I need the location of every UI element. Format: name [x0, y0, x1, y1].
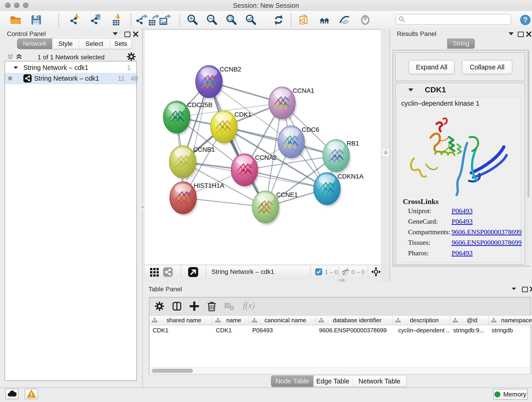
collapse-all-chevron-icon[interactable] [6, 53, 14, 61]
node-CDC6[interactable]: CDC6 [278, 126, 319, 160]
hidden-eye-slash-icon[interactable] [341, 268, 350, 276]
node-HIST1H1A[interactable]: HIST1H1A [170, 182, 224, 216]
node-CCNB1[interactable]: CCNB1 [169, 146, 215, 180]
table-panel-close-icon[interactable] [529, 286, 532, 292]
control-panel-menu-caret-icon[interactable] [113, 32, 118, 35]
crosslink-row: Tissues: 9606.ENSP00000378699 [397, 239, 521, 249]
expand-all-button[interactable]: Expand All [409, 60, 455, 74]
import-table-from-file-icon[interactable] [111, 14, 123, 26]
results-panel-menu-caret-icon[interactable] [509, 32, 514, 35]
cloud-button[interactable] [5, 389, 19, 399]
results-panel-float-icon[interactable] [518, 32, 524, 37]
svg-text:?: ? [523, 16, 528, 24]
column-header--id[interactable]: @id [450, 316, 488, 325]
refresh-view-icon[interactable] [273, 14, 285, 26]
show-hide-labels-icon[interactable] [338, 14, 350, 26]
search-input[interactable] [406, 15, 508, 24]
node-CCNA1[interactable]: CCNA1 [269, 87, 314, 121]
selected-checkbox-icon[interactable] [315, 268, 322, 275]
table-row[interactable]: CDK1CDK1P064939606.ENSP00000378699cyclin… [149, 325, 532, 335]
search-field[interactable] [396, 14, 511, 25]
tab-node-table[interactable]: Node Table [271, 375, 313, 387]
tab-sets[interactable]: Sets [110, 38, 132, 49]
export-table-icon[interactable] [147, 14, 159, 26]
zoom-selected-icon[interactable] [245, 14, 257, 26]
crosslink-value-link[interactable]: P06493 [452, 207, 473, 215]
add-column-icon[interactable] [189, 301, 199, 311]
open-session-icon[interactable] [10, 14, 22, 26]
import-network-from-database-icon[interactable] [90, 14, 102, 26]
node-CDKN1A[interactable]: CDKN1A [314, 172, 364, 206]
expand-all-chevron-icon[interactable] [15, 53, 23, 61]
grid-view-icon[interactable] [150, 267, 160, 277]
table-panel-float-icon[interactable] [522, 287, 528, 292]
help-icon[interactable]: ? [519, 14, 531, 26]
open-in-window-icon[interactable] [188, 267, 198, 277]
home-panels-icon[interactable] [318, 14, 330, 26]
zoom-out-icon[interactable] [206, 14, 218, 26]
results-panel-close-icon[interactable] [526, 31, 532, 37]
table-horizontal-scrollbar[interactable] [149, 367, 531, 374]
zoom-fit-content-icon[interactable] [225, 14, 237, 26]
node-CDC25B[interactable]: CDC25B [163, 101, 212, 135]
annotations-icon[interactable] [298, 14, 310, 26]
tab-style[interactable]: Style [52, 38, 79, 49]
show-columns-icon[interactable] [172, 301, 182, 311]
tab-network[interactable]: Network [17, 38, 52, 49]
node-label-CCNB2: CCNB2 [220, 66, 241, 73]
network-collection-row[interactable]: String Network – cdk1 1 [5, 62, 136, 73]
right-splitter-handle[interactable] [382, 149, 389, 156]
highlight-icon[interactable] [359, 14, 371, 26]
table-gear-icon[interactable] [154, 301, 165, 311]
protein-section: CDK1 cyclin–dependent kinase 1 [395, 83, 525, 265]
warnings-button[interactable] [25, 389, 38, 399]
column-header-shared-name[interactable]: shared name [149, 316, 213, 325]
network-canvas[interactable]: CCNB2 CCNA1 CDC25B CDK1 CDC6 RB1 CCNB1 C… [144, 30, 381, 278]
node-CCNB2[interactable]: CCNB2 [196, 65, 241, 99]
tab-network-table[interactable]: Network Table [352, 375, 407, 387]
delete-column-trash-icon[interactable] [207, 301, 217, 312]
protein-details: cyclin–dependent kinase 1 [397, 97, 521, 262]
tab-string[interactable]: String [447, 38, 475, 49]
protein-section-caret-icon[interactable] [408, 89, 413, 91]
export-image-icon[interactable] [159, 14, 171, 26]
export-network-icon[interactable] [136, 14, 147, 26]
table-panel-menu-caret-icon[interactable] [512, 288, 516, 290]
node-CCNE1[interactable]: CCNE1 [252, 191, 298, 225]
control-panel-title: Control Panel [7, 30, 46, 38]
memory-button[interactable]: Memory [493, 389, 528, 400]
canvas-table-splitter[interactable] [144, 278, 381, 282]
import-network-from-file-icon[interactable] [70, 14, 82, 26]
tab-select[interactable]: Select [79, 38, 110, 49]
column-header-canonical-name[interactable]: canonical name [249, 316, 316, 325]
network-view-share-icon[interactable] [163, 267, 173, 277]
node-RB1[interactable]: RB1 [323, 140, 359, 173]
network-row[interactable]: String Network – cdk1 11 48 [5, 73, 136, 84]
column-header-name[interactable]: name [213, 316, 249, 325]
control-panel-close-icon[interactable] [133, 31, 139, 37]
zoom-in-icon[interactable] [186, 14, 198, 26]
tree-expand-caret-icon[interactable] [14, 66, 18, 69]
column-header-namespace[interactable]: namespace [488, 316, 532, 325]
crosslink-label: Tissues: [408, 239, 430, 246]
separator [206, 266, 206, 278]
crosslink-value-link[interactable]: P06493 [452, 249, 473, 257]
save-session-icon[interactable] [30, 14, 42, 26]
node-label-RB1: RB1 [347, 140, 359, 147]
collapse-all-button[interactable]: Collapse All [462, 60, 512, 74]
crosslink-value-link[interactable]: 9606.ENSP00000378699 [452, 239, 522, 246]
table-scrollbar-thumb[interactable] [152, 369, 193, 373]
column-header-description[interactable]: description [393, 316, 450, 325]
tab-edge-table[interactable]: Edge Table [313, 375, 352, 387]
control-panel-float-icon[interactable] [124, 32, 130, 37]
results-scrollbar-thumb[interactable] [528, 51, 530, 198]
node-CCNA2[interactable]: CCNA2 [231, 154, 277, 188]
fit-selected-crosshair-icon[interactable] [371, 267, 381, 277]
gear-icon[interactable] [127, 52, 136, 61]
results-scrollbar[interactable] [527, 51, 530, 266]
crosslink-value-link[interactable]: P06493 [452, 217, 473, 225]
crosslink-value-link[interactable]: 9606.ENSP00000378699 [452, 228, 522, 236]
network-graph[interactable]: CCNB2 CCNA1 CDC25B CDK1 CDC6 RB1 CCNB1 C… [145, 30, 381, 264]
column-header-database-identifier[interactable]: database identifier [316, 316, 393, 325]
network-edge-count: 48 [131, 75, 138, 82]
